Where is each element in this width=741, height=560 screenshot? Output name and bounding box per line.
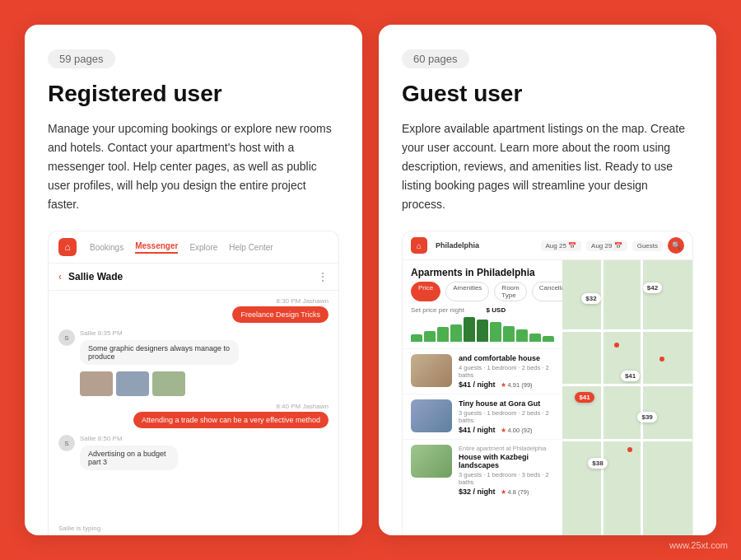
map-content: Aparments in Philadelphia Price Amenitie…	[403, 260, 692, 535]
message-sent-1: 8:30 PM Jashawn Freelance Design Tricks	[58, 297, 329, 323]
date-chip-end[interactable]: Aug 29 📅	[586, 240, 627, 251]
map-background: $32 $42 $41 $41 $39 $38	[562, 260, 692, 535]
map-dot-3	[627, 447, 632, 452]
messenger-nav: Bookings Messenger Explore Help Center	[49, 231, 338, 264]
listing-item-3[interactable]: Entire apartment at Philadelphia House w…	[403, 439, 562, 501]
message-received-2: S Sallie 8:50 PM Advertising on a budget…	[58, 435, 329, 470]
nav-explore[interactable]: Explore	[189, 243, 217, 252]
guests-chip[interactable]: Guests	[632, 240, 663, 251]
image-thumb-2	[116, 371, 149, 396]
sender-name: Sallie 8:35 PM	[80, 329, 267, 337]
chat-header: ‹ Sallie Wade ⋮	[49, 264, 338, 291]
filter-price[interactable]: Price	[411, 282, 440, 301]
msg-time: 8:30 PM Jashawn	[276, 297, 329, 305]
sender-name: Sallie 8:50 PM	[80, 435, 195, 442]
listing-details-3: 3 guests · 1 bedroom · 3 beds · 2 baths	[459, 471, 554, 486]
map-pin-41-active[interactable]: $41	[575, 392, 594, 403]
map-road-h2	[562, 384, 692, 386]
registered-user-card: 59 pages Registered user Manage your upc…	[25, 25, 362, 535]
message-sent-2: 8:40 PM Jashawn Attending a trade show c…	[58, 403, 329, 428]
page-badge-2: 60 pages	[402, 49, 469, 68]
map-pin-39[interactable]: $39	[637, 412, 656, 422]
listing-footer-2: $41 / night ★ 4.00 (92)	[459, 426, 554, 434]
map-app-logo	[411, 237, 427, 254]
chat-more-button[interactable]: ⋮	[317, 270, 329, 283]
map-pin-42[interactable]: $42	[643, 282, 662, 293]
msg-bubble: Advertising on a budget part 3	[80, 446, 178, 470]
avatar-sallie: S	[58, 329, 75, 346]
filter-room-type[interactable]: Room Type	[494, 282, 526, 301]
image-thumb-3	[152, 371, 185, 396]
card1-title: Registered user	[48, 80, 339, 108]
image-thumb-1	[80, 371, 113, 396]
price-label: Set price per night $ USD	[411, 306, 554, 314]
nav-help[interactable]: Help Center	[229, 243, 273, 252]
avatar-sallie-2: S	[58, 435, 75, 451]
chat-name: Sallie Wade	[68, 271, 310, 282]
listing-price-2: $41 / night	[459, 426, 496, 434]
listing-rating-1: ★ 4.91 (99)	[501, 381, 533, 389]
chat-body: 8:30 PM Jashawn Freelance Design Tricks …	[49, 291, 338, 521]
main-container: 59 pages Registered user Manage your upc…	[0, 0, 741, 560]
bar-chart	[411, 317, 554, 342]
msg-time: 8:40 PM Jashawn	[276, 403, 329, 410]
card1-description: Manage your upcoming bookings or explore…	[48, 119, 339, 214]
listing-info-1: and comfortable house 4 guests · 1 bedro…	[459, 354, 554, 389]
map-road-v1	[601, 260, 604, 535]
map-pin-38[interactable]: $38	[588, 458, 607, 469]
listing-image-2	[411, 399, 452, 432]
map-nav-bar: Philadelphia Aug 25 📅 Aug 29 📅 Guests 🔍	[403, 231, 692, 260]
search-location: Philadelphia	[436, 241, 479, 250]
date-chip-start[interactable]: Aug 25 📅	[541, 240, 582, 251]
watermark: www.25xt.com	[669, 540, 728, 550]
listing-details-1: 4 guests · 1 bedroom · 2 beds · 2 baths	[459, 364, 554, 379]
listing-item-2[interactable]: Tiny house at Gora Gut 3 guests · 1 bedr…	[403, 394, 562, 439]
msg-bubble: Freelance Design Tricks	[232, 306, 329, 323]
listing-rating-3: ★ 4.8 (79)	[501, 488, 529, 496]
listing-price-3: $32 / night	[459, 488, 496, 496]
listing-name-3: House with Kazbegi landscapes	[459, 453, 554, 469]
message-received-1: S Sallie 8:35 PM Some graphic designers …	[58, 329, 329, 396]
filter-amenities[interactable]: Amenities	[445, 282, 489, 301]
image-attachments	[80, 371, 267, 396]
listing-footer-3: $32 / night ★ 4.8 (79)	[459, 488, 554, 496]
listings-panel: Aparments in Philadelphia Price Amenitie…	[403, 260, 562, 535]
typing-indicator: Sallie is typing	[49, 521, 338, 535]
listing-image-3	[411, 445, 452, 478]
map-mockup: Philadelphia Aug 25 📅 Aug 29 📅 Guests 🔍 …	[402, 231, 693, 535]
listing-item-1[interactable]: and comfortable house 4 guests · 1 bedro…	[403, 348, 562, 394]
listing-details-2: 3 guests · 1 bedroom · 2 beds · 2 baths	[459, 409, 554, 424]
listing-name-2: Tiny house at Gora Gut	[459, 399, 554, 408]
msg-bubble: Some graphic designers always manage to …	[80, 340, 239, 365]
listing-label: Entire apartment at Philadelphia	[459, 445, 554, 452]
listing-info-3: Entire apartment at Philadelphia House w…	[459, 445, 554, 496]
nav-items: Bookings Messenger Explore Help Center	[90, 241, 273, 254]
listing-image-1	[411, 354, 452, 387]
search-button[interactable]: 🔍	[668, 237, 684, 254]
map-road-h3	[562, 439, 692, 441]
listing-name-1: and comfortable house	[459, 354, 554, 362]
page-badge-1: 59 pages	[48, 49, 115, 68]
date-chips: Aug 25 📅 Aug 29 📅 Guests 🔍	[541, 237, 685, 254]
listing-footer-1: $41 / night ★ 4.91 (99)	[459, 380, 554, 389]
listing-rating-2: ★ 4.00 (92)	[501, 427, 533, 434]
map-pin-32[interactable]: $32	[581, 293, 600, 304]
map-road-h1	[562, 329, 692, 332]
messenger-mockup: Bookings Messenger Explore Help Center ‹…	[48, 231, 339, 535]
nav-bookings[interactable]: Bookings	[90, 243, 124, 252]
map-road-v2	[641, 260, 643, 535]
map-pin-41[interactable]: $41	[621, 371, 640, 381]
listing-info-2: Tiny house at Gora Gut 3 guests · 1 bedr…	[459, 399, 554, 434]
card2-description: Explore available apartment listings on …	[402, 119, 693, 214]
filter-row: Price Amenities Room Type Cancellation	[403, 282, 562, 306]
map-dot-1	[614, 343, 619, 348]
listing-price-1: $41 / night	[459, 380, 496, 389]
nav-messenger[interactable]: Messenger	[135, 241, 178, 254]
filter-cancellation[interactable]: Cancellation	[532, 282, 562, 301]
price-section: Set price per night $ USD	[403, 306, 562, 348]
back-button[interactable]: ‹	[58, 271, 62, 282]
guest-user-card: 60 pages Guest user Explore available ap…	[379, 25, 716, 535]
app-logo	[58, 238, 77, 256]
map-dot-2	[659, 357, 664, 362]
map-panel: $32 $42 $41 $41 $39 $38	[562, 260, 692, 535]
